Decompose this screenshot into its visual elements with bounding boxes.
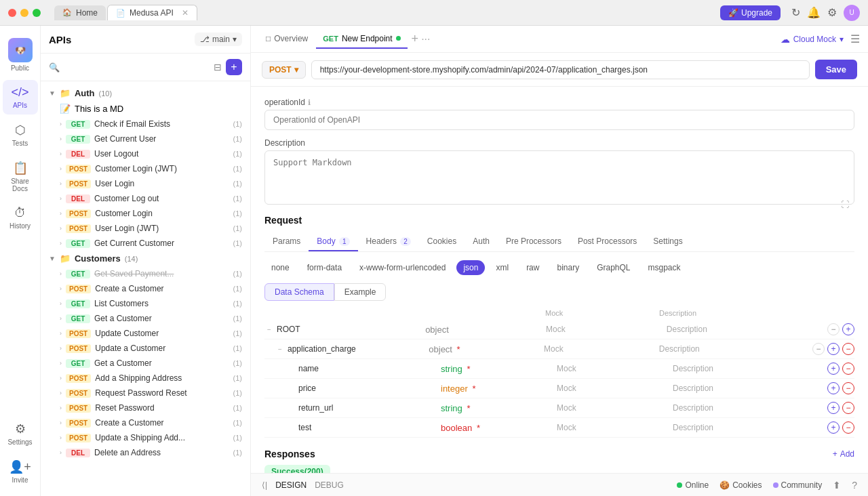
schema-plus-name[interactable]: +	[827, 363, 840, 375]
schema-minus-root[interactable]: −	[827, 323, 840, 335]
cookies-status[interactable]: 🍪 Cookies	[719, 480, 762, 490]
req-tab-auth[interactable]: Auth	[465, 232, 498, 251]
more-tabs-button[interactable]: ···	[421, 33, 430, 45]
add-response-button[interactable]: + Add	[833, 449, 854, 459]
body-type-binary[interactable]: binary	[550, 260, 586, 275]
api-item-update-shipping-add[interactable]: › POST Update a Shipping Add... (1)	[41, 430, 250, 445]
body-type-form-data[interactable]: form-data	[300, 260, 349, 275]
api-item-customer-login-jwt[interactable]: › POST Customer Login (JWT) (1)	[41, 161, 250, 176]
api-item-get-a-customer[interactable]: › GET Get a Customer (1)	[41, 311, 250, 326]
api-item-update-customer[interactable]: › POST Update Customer (1)	[41, 326, 250, 341]
tab-overview[interactable]: □ Overview	[259, 30, 315, 49]
filter-icon[interactable]: ⊟	[214, 62, 222, 73]
api-item-customer-login[interactable]: › POST Customer Login (1)	[41, 206, 250, 221]
req-tab-body[interactable]: Body 1	[309, 232, 357, 251]
help-icon[interactable]: ℹ	[308, 98, 311, 107]
schema-tab-example[interactable]: Example	[334, 283, 387, 301]
operation-id-input[interactable]	[264, 110, 854, 130]
hamburger-menu-button[interactable]: ☰	[850, 33, 860, 45]
tab-close-icon[interactable]: ✕	[182, 8, 189, 18]
share-icon[interactable]: ⬆	[833, 480, 841, 491]
req-tab-pre-processors[interactable]: Pre Processors	[498, 232, 570, 251]
group-auth[interactable]: ▼ 📁 Auth (10)	[41, 85, 250, 101]
cloud-mock-selector[interactable]: ☁ Cloud Mock ▾	[781, 34, 844, 45]
api-item-user-login[interactable]: › POST User Login (1)	[41, 176, 250, 191]
body-type-graphql[interactable]: GraphQL	[590, 260, 637, 275]
schema-remove-price[interactable]: −	[842, 382, 854, 394]
api-item-get-current-customer[interactable]: › GET Get Current Customer (1)	[41, 236, 250, 251]
sidebar-item-tests[interactable]: ⬡ Tests	[3, 117, 38, 152]
body-type-raw[interactable]: raw	[519, 260, 546, 275]
design-tab[interactable]: DESIGN	[275, 480, 307, 490]
debug-tab[interactable]: DEBUG	[315, 480, 344, 490]
body-type-xml[interactable]: xml	[489, 260, 515, 275]
collapse-sidebar-button[interactable]: ⟨|	[262, 480, 267, 490]
api-item-create-customer-2[interactable]: › POST Create a Customer (1)	[41, 415, 250, 430]
avatar[interactable]: U	[844, 5, 860, 21]
schema-plus-test[interactable]: +	[827, 421, 840, 434]
bell-icon[interactable]: 🔔	[807, 6, 821, 19]
schema-remove-return-url[interactable]: −	[842, 402, 854, 414]
body-type-urlencoded[interactable]: x-www-form-urlencoded	[353, 260, 452, 275]
minimize-button[interactable]	[20, 9, 28, 17]
add-tab-button[interactable]: +	[412, 32, 419, 46]
sidebar-item-settings[interactable]: ⚙ Settings	[3, 416, 38, 451]
body-type-json[interactable]: json	[456, 260, 485, 275]
sidebar-item-history[interactable]: ⏱ History	[3, 201, 38, 235]
tab-medusa[interactable]: 📄 Medusa API ✕	[107, 5, 197, 20]
schema-remove-name[interactable]: −	[842, 363, 854, 375]
api-item-delete-address[interactable]: › DEL Delete an Address (1)	[41, 445, 250, 460]
schema-plus-price[interactable]: +	[827, 382, 840, 394]
group-customers[interactable]: ▼ 📁 Customers (14)	[41, 251, 250, 266]
url-input[interactable]	[311, 60, 810, 79]
api-item-request-password-reset[interactable]: › POST Request Password Reset (1)	[41, 386, 250, 400]
req-tab-settings[interactable]: Settings	[645, 232, 690, 251]
api-item-user-logout[interactable]: › DEL User Logout (1)	[41, 146, 250, 161]
schema-remove-application-charge[interactable]: −	[842, 343, 854, 355]
api-item-user-login-jwt[interactable]: › POST User Login (JWT) (1)	[41, 221, 250, 236]
fullscreen-button[interactable]	[33, 9, 41, 17]
api-item-get-current-user[interactable]: › GET Get Current User (1)	[41, 131, 250, 146]
response-badge-200[interactable]: Success(200)	[264, 465, 330, 473]
schema-remove-test[interactable]: −	[842, 421, 854, 434]
tab-new-endpoint[interactable]: GET New Endpoint	[316, 30, 407, 49]
schema-toggle-application-charge[interactable]: −	[275, 344, 285, 354]
api-item-create-customer[interactable]: › POST Create a Customer (1)	[41, 281, 250, 296]
upgrade-button[interactable]: 🚀 Upgrade	[720, 5, 781, 20]
sidebar-item-share-docs[interactable]: 📋 Share Docs	[3, 155, 38, 198]
schema-toggle-root[interactable]: −	[264, 325, 274, 334]
api-item-update-a-customer[interactable]: › POST Update a Customer (1)	[41, 341, 250, 356]
api-item-check-email[interactable]: › GET Check if Email Exists (1)	[41, 117, 250, 131]
sidebar-item-public[interactable]: 🐶 Public	[3, 33, 38, 77]
sidebar-item-apis[interactable]: </> APIs	[3, 80, 38, 115]
help-icon[interactable]: ?	[852, 480, 857, 491]
schema-tab-data-schema[interactable]: Data Schema	[264, 283, 334, 301]
api-item-reset-password[interactable]: › POST Reset Password (1)	[41, 400, 250, 415]
save-button[interactable]: Save	[815, 60, 857, 79]
method-select[interactable]: POST ▾	[262, 61, 306, 79]
api-item-add-shipping[interactable]: › POST Add a Shipping Address (1)	[41, 371, 250, 386]
description-textarea[interactable]	[264, 150, 854, 205]
schema-plus-application-charge[interactable]: +	[827, 343, 840, 355]
schema-plus-return-url[interactable]: +	[827, 402, 840, 414]
req-tab-cookies[interactable]: Cookies	[419, 232, 465, 251]
tab-home[interactable]: 🏠 Home	[54, 5, 106, 20]
api-item-get-saved-payment[interactable]: › GET Get Saved Payment... (1)	[41, 266, 250, 281]
body-type-msgpack[interactable]: msgpack	[642, 260, 688, 275]
schema-plus-root[interactable]: +	[842, 323, 854, 335]
refresh-icon[interactable]: ↻	[791, 6, 800, 19]
expand-icon[interactable]: ⛶	[841, 200, 849, 209]
req-tab-post-processors[interactable]: Post Processors	[570, 232, 645, 251]
body-type-none[interactable]: none	[264, 260, 296, 275]
sidebar-item-invite[interactable]: 👤+ Invite	[3, 454, 38, 489]
md-item[interactable]: 📝 This is a MD	[41, 101, 250, 117]
search-input[interactable]	[64, 59, 210, 75]
api-item-list-customers[interactable]: › GET List Customers (1)	[41, 296, 250, 311]
add-api-button[interactable]: +	[226, 59, 242, 75]
community-status[interactable]: Community	[773, 480, 823, 490]
req-tab-headers[interactable]: Headers 2	[358, 232, 419, 251]
req-tab-params[interactable]: Params	[264, 232, 309, 251]
gear-icon[interactable]: ⚙	[827, 6, 837, 19]
close-button[interactable]	[8, 9, 16, 17]
branch-selector[interactable]: ⎇ main ▾	[195, 33, 242, 46]
